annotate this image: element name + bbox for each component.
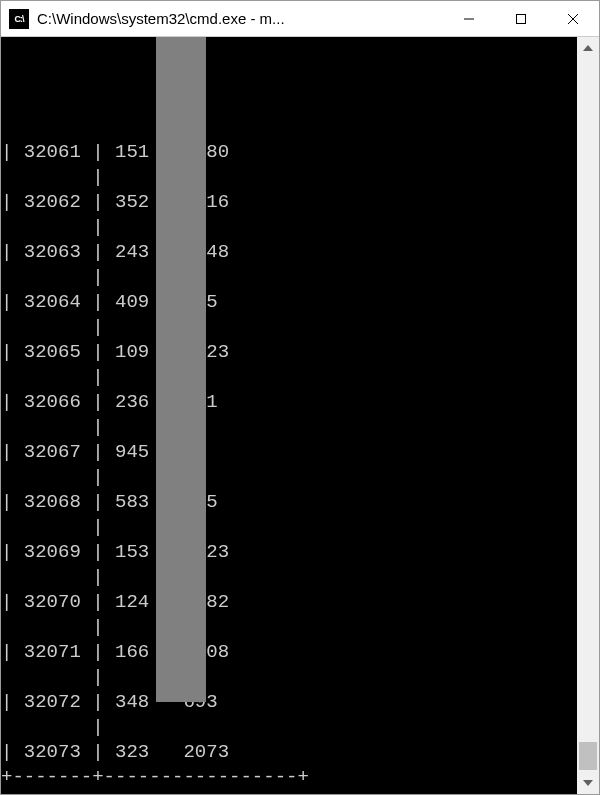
table-row: | 32071 | 166 9408 (1, 640, 577, 665)
close-button[interactable] (547, 1, 599, 37)
table-row-sep: | (1, 715, 577, 740)
table-row: | 32061 | 151 9080 (1, 140, 577, 165)
terminal-output[interactable]: | 32061 | 151 9080 || 32062 | 352 0016 |… (1, 37, 577, 794)
table-row: | 32067 | 945 59 (1, 440, 577, 465)
table-footer-sep: +-------+-----------------+ (1, 765, 577, 790)
table-row: | 32073 | 323 2073 (1, 740, 577, 765)
svg-marker-5 (583, 780, 593, 786)
table-row: | 32066 | 236 041 (1, 390, 577, 415)
table-row-sep: | (1, 565, 577, 590)
table-row: | 32070 | 124 6382 (1, 590, 577, 615)
table-row-sep: | (1, 265, 577, 290)
table-row: | 32062 | 352 0016 (1, 190, 577, 215)
table-row-sep: | (1, 165, 577, 190)
table-row-sep: | (1, 415, 577, 440)
table-row: | 32068 | 583 995 (1, 490, 577, 515)
window-titlebar: C:\ C:\Windows\system32\cmd.exe - m... (1, 1, 599, 37)
table-row: | 32072 | 348 693 (1, 690, 577, 715)
window-title: C:\Windows\system32\cmd.exe - m... (37, 10, 443, 27)
terminal-area: | 32061 | 151 9080 || 32062 | 352 0016 |… (1, 37, 599, 794)
minimize-button[interactable] (443, 1, 495, 37)
table-row-sep: | (1, 465, 577, 490)
vertical-scrollbar[interactable] (577, 37, 599, 794)
table-row-sep: | (1, 615, 577, 640)
table-row-sep: | (1, 365, 577, 390)
table-row: | 32064 | 409 995 (1, 290, 577, 315)
maximize-button[interactable] (495, 1, 547, 37)
table-row-sep: | (1, 515, 577, 540)
scroll-thumb[interactable] (579, 742, 597, 770)
scroll-up-button[interactable] (577, 37, 599, 59)
table-row: | 32065 | 109 3523 (1, 340, 577, 365)
table-row: | 32069 | 153 0123 (1, 540, 577, 565)
table-row-sep: | (1, 215, 577, 240)
table-row-sep: | (1, 665, 577, 690)
table-row: | 32063 | 243 1348 (1, 240, 577, 265)
svg-marker-4 (583, 45, 593, 51)
result-summary: 32073 rows in set (0.02 sec) (1, 790, 577, 794)
window-buttons (443, 1, 599, 37)
svg-rect-1 (517, 14, 526, 23)
table-row-sep: | (1, 315, 577, 340)
cmd-icon: C:\ (9, 9, 29, 29)
scroll-down-button[interactable] (577, 772, 599, 794)
redaction-block (156, 37, 206, 702)
